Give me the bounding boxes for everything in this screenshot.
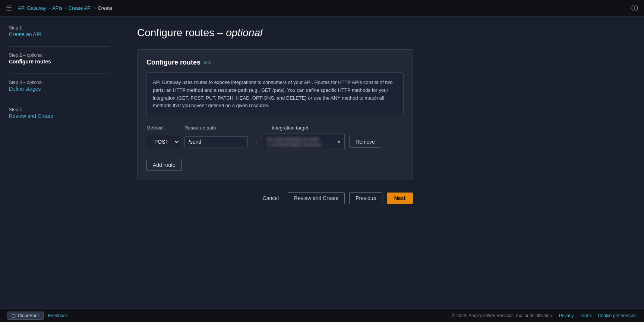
description-text: API Gateway uses routes to expose integr…: [153, 79, 393, 108]
route-row: POST ANY DELETE GET HEAD OPTIONS PATCH P…: [146, 134, 404, 150]
chevron-down-icon: ▼: [336, 139, 341, 145]
method-label: Method: [146, 125, 180, 131]
sidebar-item-create-api[interactable]: Create an API: [9, 31, 110, 37]
breadcrumb-current: Create: [98, 5, 112, 11]
sidebar-step-4: Step 4 Review and Create: [9, 107, 110, 119]
menu-icon[interactable]: ☰: [6, 4, 12, 12]
page-title: Configure routes – optional: [137, 27, 626, 39]
remove-route-button[interactable]: Remove: [349, 136, 381, 148]
cloudshell-button[interactable]: ▢ CloudShell: [7, 312, 44, 320]
review-and-create-button[interactable]: Review and Create: [288, 192, 345, 204]
cancel-button[interactable]: Cancel: [258, 193, 284, 204]
terminal-icon: ▢: [12, 313, 16, 318]
method-select[interactable]: POST ANY DELETE GET HEAD OPTIONS PATCH P…: [146, 135, 180, 148]
terms-link[interactable]: Terms: [580, 313, 592, 318]
breadcrumb-create-api[interactable]: Create API: [68, 5, 92, 11]
divider-1: [9, 46, 110, 47]
panel-info-link[interactable]: Info: [203, 60, 212, 65]
step3-label: Step 3 – optional: [9, 80, 110, 85]
action-bar: Cancel Review and Create Previous Next: [137, 192, 413, 204]
configure-routes-panel: Configure routes Info API Gateway uses r…: [137, 49, 413, 180]
footer: ▢ CloudShell Feedback © 2023, Amazon Web…: [0, 309, 644, 322]
breadcrumb-separator-1: ›: [48, 6, 50, 11]
breadcrumb-api-gateway[interactable]: API Gateway: [18, 5, 46, 11]
privacy-link[interactable]: Privacy: [559, 313, 574, 318]
integration-select[interactable]: arn:aws:lambda:us-east-1:123456789012:fu…: [263, 134, 345, 150]
cookie-preferences-link[interactable]: Cookie preferences: [598, 313, 637, 318]
target-label: Integration target: [272, 125, 354, 131]
sidebar: Step 1 Create an API Step 2 – optional C…: [0, 16, 119, 309]
integration-target-wrapper: arn:aws:lambda:us-east-1:123456789012:fu…: [263, 134, 345, 150]
top-bar: ☰ API Gateway › APIs › Create API › Crea…: [0, 0, 644, 16]
panel-title: Configure routes: [146, 59, 201, 66]
step4-label: Step 4: [9, 107, 110, 112]
sidebar-item-define-stages[interactable]: Define stages: [9, 86, 110, 92]
feedback-link[interactable]: Feedback: [48, 313, 68, 318]
info-circle-icon[interactable]: ⓘ: [631, 4, 638, 13]
route-form-headers: Method Resource path Integration target: [146, 125, 404, 131]
panel-header: Configure routes Info: [146, 59, 404, 66]
footer-right: © 2023, Amazon Web Services, Inc. or its…: [452, 313, 637, 318]
sidebar-step-2: Step 2 – optional Configure routes: [9, 53, 110, 65]
sidebar-item-review-create[interactable]: Review and Create: [9, 113, 110, 119]
copyright-text: © 2023, Amazon Web Services, Inc. or its…: [452, 313, 553, 318]
add-route-button[interactable]: Add route: [146, 159, 182, 171]
resource-path-input[interactable]: [184, 136, 248, 147]
cloudshell-label: CloudShell: [18, 313, 40, 318]
description-box: API Gateway uses routes to expose integr…: [146, 72, 404, 116]
sidebar-step-1: Step 1 Create an API: [9, 25, 110, 37]
step2-label: Step 2 – optional: [9, 53, 110, 58]
breadcrumb-separator-2: ›: [64, 6, 66, 11]
integration-target-value: arn:aws:lambda:us-east-1:123456789012:fu…: [267, 136, 334, 147]
path-label: Resource path: [184, 125, 252, 131]
divider-2: [9, 74, 110, 74]
divider-3: [9, 101, 110, 101]
previous-button[interactable]: Previous: [349, 192, 382, 204]
arrow-icon: →: [252, 138, 258, 145]
breadcrumb-apis[interactable]: APIs: [52, 5, 62, 11]
step1-label: Step 1: [9, 25, 110, 31]
content-area: Configure routes – optional Configure ro…: [119, 16, 644, 309]
sidebar-item-configure-routes-active: Configure routes: [9, 59, 110, 65]
sidebar-step-3: Step 3 – optional Define stages: [9, 80, 110, 92]
main-layout: Step 1 Create an API Step 2 – optional C…: [0, 16, 644, 309]
breadcrumb: API Gateway › APIs › Create API › Create: [18, 5, 112, 11]
next-button[interactable]: Next: [387, 193, 413, 204]
breadcrumb-separator-3: ›: [94, 6, 95, 11]
footer-left: ▢ CloudShell Feedback: [7, 312, 68, 320]
